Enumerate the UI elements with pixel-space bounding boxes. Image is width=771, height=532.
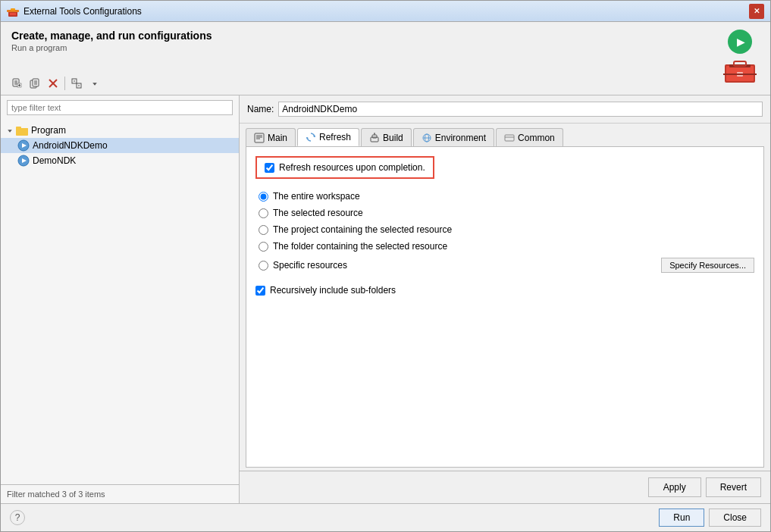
svg-rect-3 [11, 8, 15, 11]
footer: ? Run Close [1, 503, 770, 531]
right-panel: Name: Main [240, 95, 770, 503]
header-icon-area [720, 30, 760, 69]
radio-folder-containing-label: The folder containing the selected resou… [273, 241, 447, 252]
recursively-checkbox-label: Recursively include sub-folders [270, 285, 396, 296]
tab-main[interactable]: Main [246, 128, 296, 146]
radio-entire-workspace-input[interactable] [259, 192, 268, 202]
footer-buttons: Run Close [659, 509, 761, 527]
delete-config-button[interactable] [45, 75, 61, 92]
run-button[interactable]: Run [659, 509, 704, 527]
svg-rect-35 [255, 133, 264, 142]
sidebar-footer: Filter matched 3 of 3 items [1, 484, 239, 503]
tab-environment[interactable]: Environment [413, 128, 494, 146]
window-title: External Tools Configurations [24, 6, 749, 17]
filter-input[interactable] [7, 100, 233, 115]
radio-folder-containing-input[interactable] [259, 242, 268, 252]
radio-folder-containing: The folder containing the selected resou… [259, 241, 754, 252]
specific-resources-left: Specific resources [259, 260, 347, 271]
tab-refresh[interactable]: Refresh [297, 128, 359, 146]
titlebar: External Tools Configurations ✕ [1, 1, 770, 22]
recursively-checkbox[interactable] [255, 286, 265, 296]
toolbar-separator-1 [64, 77, 65, 90]
radio-project-containing: The project containing the selected reso… [259, 224, 754, 235]
name-row: Name: [240, 95, 770, 124]
refresh-checkbox-area: Refresh resources upon completion. [255, 156, 434, 179]
radio-selected-resource-input[interactable] [259, 208, 268, 218]
svg-rect-30 [16, 128, 28, 135]
new-config-button[interactable] [8, 75, 25, 92]
toolbox-icon [723, 57, 757, 84]
bottom-buttons: Apply Revert [240, 471, 770, 503]
refresh-checkbox[interactable] [265, 163, 274, 173]
run-play-icon [728, 30, 752, 54]
radio-selected-resource: The selected resource [259, 208, 754, 218]
environment-tab-icon [422, 133, 432, 143]
name-label: Name: [247, 104, 274, 114]
radio-project-containing-input[interactable] [259, 225, 268, 235]
chevron-down-icon [92, 83, 97, 87]
help-icon[interactable]: ? [10, 510, 25, 525]
header-area: Create, manage, and run configurations R… [1, 22, 770, 72]
tree-item-demondk[interactable]: DemoNDK [1, 153, 239, 168]
close-window-button[interactable]: ✕ [749, 4, 764, 19]
svg-rect-7 [734, 61, 746, 66]
folder-icon [16, 124, 28, 136]
header-title: Create, manage, and run configurations [11, 30, 212, 42]
tab-content-refresh: Refresh resources upon completion. The e… [246, 146, 764, 468]
tree-item-demondk-label: DemoNDK [33, 155, 76, 166]
tabs-bar: Main Refresh [240, 124, 770, 146]
radio-entire-workspace-label: The entire workspace [273, 191, 360, 202]
collapse-button[interactable] [68, 75, 85, 92]
refresh-tab-icon [306, 132, 316, 142]
filter-input-area [7, 100, 233, 115]
main-window: External Tools Configurations ✕ Create, … [0, 0, 771, 532]
toolbar [1, 72, 770, 95]
recursively-row: Recursively include sub-folders [255, 285, 754, 296]
radio-entire-workspace: The entire workspace [259, 191, 754, 202]
svg-rect-48 [505, 135, 514, 141]
main-tab-icon [254, 133, 265, 143]
footer-close-button[interactable]: Close [709, 509, 761, 527]
build-tab-icon [369, 133, 380, 143]
radio-project-containing-label: The project containing the selected reso… [273, 224, 452, 235]
tree-item-program-label: Program [31, 125, 66, 136]
radio-selected-resource-label: The selected resource [273, 208, 363, 218]
sidebar: Program AndroidNDKDemo [1, 95, 240, 503]
dropdown-arrow-button[interactable] [86, 75, 103, 92]
radio-group: The entire workspace The selected resour… [259, 191, 754, 273]
tree-item-androidndkdemo-label: AndroidNDKDemo [33, 140, 108, 151]
tab-build[interactable]: Build [361, 128, 412, 146]
copy-config-button[interactable] [27, 75, 43, 92]
specify-resources-button[interactable]: Specify Resources... [661, 258, 754, 273]
common-tab-icon [504, 133, 515, 143]
main-content: Program AndroidNDKDemo [1, 95, 770, 503]
radio-specific-resources-label: Specific resources [273, 260, 347, 271]
specific-resources-row: Specific resources Specify Resources... [259, 258, 754, 273]
expand-arrow-program [5, 126, 14, 135]
apply-button[interactable]: Apply [648, 477, 701, 497]
header-text: Create, manage, and run configurations R… [11, 30, 212, 52]
tree-item-androidndkdemo[interactable]: AndroidNDKDemo [1, 138, 239, 153]
revert-button[interactable]: Revert [706, 477, 761, 497]
refresh-checkbox-label: Refresh resources upon completion. [279, 162, 425, 173]
svg-rect-1 [10, 13, 16, 15]
name-input[interactable] [278, 102, 763, 117]
tree-item-program[interactable]: Program [1, 123, 239, 138]
tree-view: Program AndroidNDKDemo [1, 120, 239, 484]
refresh-checkbox-row: Refresh resources upon completion. [265, 162, 425, 173]
radio-specific-resources-input[interactable] [259, 261, 268, 271]
run-config-icon-1 [17, 139, 30, 152]
header-subtitle: Run a program [11, 43, 212, 52]
tab-common[interactable]: Common [496, 128, 563, 146]
window-icon [7, 5, 19, 17]
run-config-icon-2 [17, 155, 30, 167]
